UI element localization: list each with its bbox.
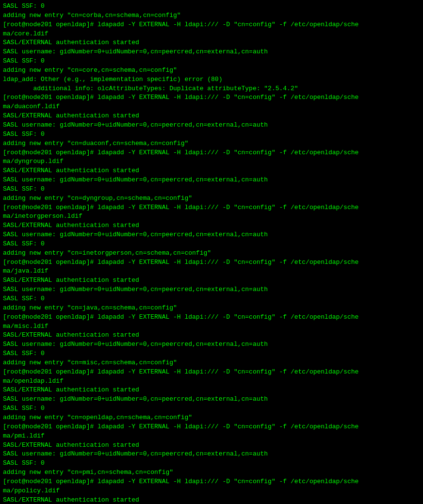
terminal-line: SASL SSF: 0	[3, 294, 420, 304]
terminal-line: SASL username: gidNumber=0+uidNumber=0,c…	[3, 340, 420, 349]
terminal-line: SASL SSF: 0	[3, 459, 420, 468]
terminal-line: SASL/EXTERNAL authentication started	[3, 221, 420, 230]
terminal-line: ma/core.ldif	[3, 30, 420, 39]
terminal-line: ma/dyngroup.ldif	[3, 157, 420, 166]
terminal-line: adding new entry "cn=dyngroup,cn=schema,…	[3, 194, 420, 203]
terminal-line: [root@node201 openldap]# ldapadd -Y EXTE…	[3, 313, 420, 322]
terminal-line: additional info: olcAttributeTypes: Dupl…	[3, 84, 420, 94]
terminal-line: adding new entry "cn=java,cn=schema,cn=c…	[3, 304, 420, 313]
terminal-line: SASL/EXTERNAL authentication started	[3, 276, 420, 285]
terminal-line: adding new entry "cn=duaconf,cn=schema,c…	[3, 139, 420, 148]
terminal-line: SASL username: gidNumber=0+uidNumber=0,c…	[3, 176, 420, 185]
terminal-line: SASL username: gidNumber=0+uidNumber=0,c…	[3, 450, 420, 459]
terminal-line: ma/duaconf.ldif	[3, 102, 420, 112]
terminal-line: SASL SSF: 0	[3, 130, 420, 139]
terminal-line: SASL/EXTERNAL authentication started	[3, 38, 420, 48]
terminal-line: SASL/EXTERNAL authentication started	[3, 496, 420, 504]
terminal-line: [root@node201 openldap]# ldapadd -Y EXTE…	[3, 93, 420, 102]
terminal-line: ma/ppolicy.ldif	[3, 487, 420, 496]
terminal-line: SASL SSF: 0	[3, 57, 420, 66]
terminal-line: adding new entry "cn=openldap,cn=schema,…	[3, 413, 420, 423]
terminal-line: ma/misc.ldif	[3, 322, 420, 331]
terminal-line: SASL/EXTERNAL authentication started	[3, 331, 420, 340]
terminal-line: SASL SSF: 0	[3, 185, 420, 194]
terminal-line: SASL SSF: 0	[3, 404, 420, 413]
terminal-line: [root@node201 openldap]# ldapadd -Y EXTE…	[3, 368, 420, 377]
terminal-line: SASL/EXTERNAL authentication started	[3, 112, 420, 121]
terminal-line: SASL/EXTERNAL authentication started	[3, 386, 420, 395]
terminal-line: ma/pmi.ldif	[3, 432, 420, 441]
terminal-line: SASL/EXTERNAL authentication started	[3, 166, 420, 176]
terminal-line: adding new entry "cn=corba,cn=schema,cn=…	[3, 11, 420, 20]
terminal-line: ldap_add: Other (e.g., implementation sp…	[3, 75, 420, 84]
terminal-line: ma/inetorgperson.ldif	[3, 212, 420, 221]
terminal-line: SASL username: gidNumber=0+uidNumber=0,c…	[3, 121, 420, 130]
terminal-line: [root@node201 openldap]# ldapadd -Y EXTE…	[3, 203, 420, 212]
terminal-line: adding new entry "cn=inetorgperson,cn=sc…	[3, 249, 420, 258]
terminal-line: SASL username: gidNumber=0+uidNumber=0,c…	[3, 48, 420, 57]
terminal-line: [root@node201 openldap]# ldapadd -Y EXTE…	[3, 477, 420, 487]
terminal-line: SASL username: gidNumber=0+uidNumber=0,c…	[3, 395, 420, 404]
terminal-line: SASL username: gidNumber=0+uidNumber=0,c…	[3, 230, 420, 240]
terminal-line: SASL SSF: 0	[3, 240, 420, 249]
terminal-line: SASL SSF: 0	[3, 2, 420, 11]
terminal-line: adding new entry "cn=pmi,cn=schema,cn=co…	[3, 468, 420, 477]
terminal-line: [root@node201 openldap]# ldapadd -Y EXTE…	[3, 148, 420, 158]
terminal-line: [root@node201 openldap]# ldapadd -Y EXTE…	[3, 20, 420, 30]
terminal-line: SASL/EXTERNAL authentication started	[3, 441, 420, 450]
terminal-line: adding new entry "cn=misc,cn=schema,cn=c…	[3, 358, 420, 368]
terminal-line: [root@node201 openldap]# ldapadd -Y EXTE…	[3, 423, 420, 432]
terminal-window: SASL SSF: 0adding new entry "cn=corba,cn…	[0, 0, 423, 504]
terminal-output: SASL SSF: 0adding new entry "cn=corba,cn…	[3, 2, 420, 504]
terminal-line: ma/java.ldif	[3, 267, 420, 276]
terminal-line: SASL username: gidNumber=0+uidNumber=0,c…	[3, 285, 420, 294]
terminal-line: ma/openldap.ldif	[3, 377, 420, 386]
terminal-line: [root@node201 openldap]# ldapadd -Y EXTE…	[3, 258, 420, 267]
terminal-line: adding new entry "cn=core,cn=schema,cn=c…	[3, 66, 420, 75]
terminal-line: SASL SSF: 0	[3, 349, 420, 358]
